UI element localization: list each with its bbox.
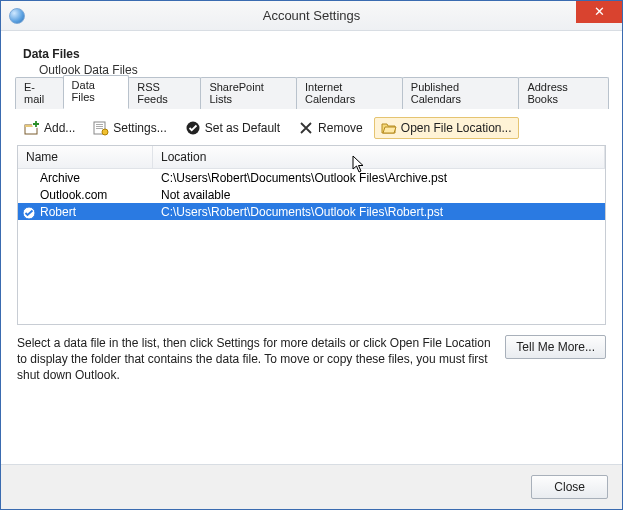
page-title: Data Files bbox=[23, 47, 600, 61]
add-button[interactable]: Add... bbox=[17, 117, 82, 139]
table-row[interactable]: Archive C:\Users\Robert\Documents\Outloo… bbox=[18, 169, 605, 186]
open-file-location-button[interactable]: Open File Location... bbox=[374, 117, 519, 139]
default-check-icon bbox=[22, 206, 36, 220]
data-files-list[interactable]: Name Location Archive C:\Users\Robert\Do… bbox=[17, 145, 606, 325]
svg-rect-4 bbox=[96, 124, 103, 125]
tab-data-files[interactable]: Data Files bbox=[63, 75, 130, 109]
help-text: Select a data file in the list, then cli… bbox=[17, 335, 495, 384]
svg-rect-5 bbox=[96, 126, 103, 127]
settings-label: Settings... bbox=[113, 121, 166, 135]
table-row[interactable]: Robert C:\Users\Robert\Documents\Outlook… bbox=[18, 203, 605, 220]
toolbar: Add... Settings... Set as Default Remove… bbox=[1, 109, 622, 145]
tab-address-books[interactable]: Address Books bbox=[518, 77, 609, 109]
open-file-location-label: Open File Location... bbox=[401, 121, 512, 135]
tab-rss-feeds[interactable]: RSS Feeds bbox=[128, 77, 201, 109]
svg-rect-6 bbox=[96, 128, 103, 129]
row-name: Archive bbox=[18, 171, 153, 185]
window-title: Account Settings bbox=[1, 8, 622, 23]
tab-email[interactable]: E-mail bbox=[15, 77, 64, 109]
tab-internet-calendars[interactable]: Internet Calendars bbox=[296, 77, 403, 109]
settings-button[interactable]: Settings... bbox=[86, 117, 173, 139]
add-label: Add... bbox=[44, 121, 75, 135]
titlebar: Account Settings ✕ bbox=[1, 1, 622, 31]
account-settings-window: Account Settings ✕ Data Files Outlook Da… bbox=[0, 0, 623, 510]
row-location: C:\Users\Robert\Documents\Outlook Files\… bbox=[153, 171, 605, 185]
row-name: Outlook.com bbox=[18, 188, 153, 202]
column-name[interactable]: Name bbox=[18, 146, 153, 168]
footer: Close bbox=[1, 464, 622, 509]
set-default-button[interactable]: Set as Default bbox=[178, 117, 287, 139]
remove-icon bbox=[298, 120, 314, 136]
help-area: Select a data file in the list, then cli… bbox=[1, 325, 622, 394]
tell-me-more-button[interactable]: Tell Me More... bbox=[505, 335, 606, 359]
remove-label: Remove bbox=[318, 121, 363, 135]
list-header: Name Location bbox=[18, 146, 605, 169]
folder-open-icon bbox=[381, 120, 397, 136]
tab-sharepoint-lists[interactable]: SharePoint Lists bbox=[200, 77, 297, 109]
set-default-label: Set as Default bbox=[205, 121, 280, 135]
close-dialog-button[interactable]: Close bbox=[531, 475, 608, 499]
svg-point-7 bbox=[102, 129, 108, 135]
check-circle-icon bbox=[185, 120, 201, 136]
tab-published-calendars[interactable]: Published Calendars bbox=[402, 77, 520, 109]
add-icon bbox=[24, 120, 40, 136]
row-location: Not available bbox=[153, 188, 605, 202]
table-row[interactable]: Outlook.com Not available bbox=[18, 186, 605, 203]
settings-icon bbox=[93, 120, 109, 136]
row-name: Robert bbox=[18, 205, 153, 219]
tab-strip: E-mail Data Files RSS Feeds SharePoint L… bbox=[1, 85, 622, 109]
remove-button[interactable]: Remove bbox=[291, 117, 370, 139]
column-location[interactable]: Location bbox=[153, 146, 605, 168]
row-location: C:\Users\Robert\Documents\Outlook Files\… bbox=[153, 205, 605, 219]
